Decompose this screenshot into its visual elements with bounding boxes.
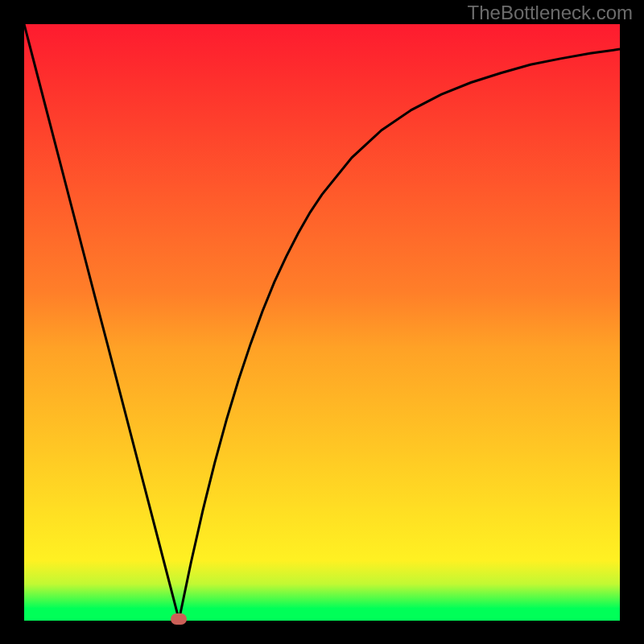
gradient-band bbox=[24, 608, 620, 621]
gradient-band bbox=[24, 131, 620, 186]
chart-root: TheBottleneck.com bbox=[0, 0, 644, 644]
gradient-band bbox=[24, 584, 620, 609]
gradient-band bbox=[24, 346, 620, 401]
gradient-band bbox=[24, 185, 620, 240]
gradient-band bbox=[24, 506, 620, 561]
gradient-band bbox=[24, 292, 620, 347]
gradient-band bbox=[24, 24, 620, 79]
gradient-band bbox=[24, 238, 620, 293]
chart-frame bbox=[24, 24, 620, 620]
optimum-marker bbox=[171, 613, 187, 625]
gradient-background bbox=[24, 24, 620, 620]
gradient-band bbox=[24, 399, 620, 454]
gradient-band bbox=[24, 453, 620, 508]
gradient-band bbox=[24, 78, 620, 133]
attribution-label: TheBottleneck.com bbox=[468, 2, 633, 24]
gradient-band bbox=[24, 560, 620, 585]
